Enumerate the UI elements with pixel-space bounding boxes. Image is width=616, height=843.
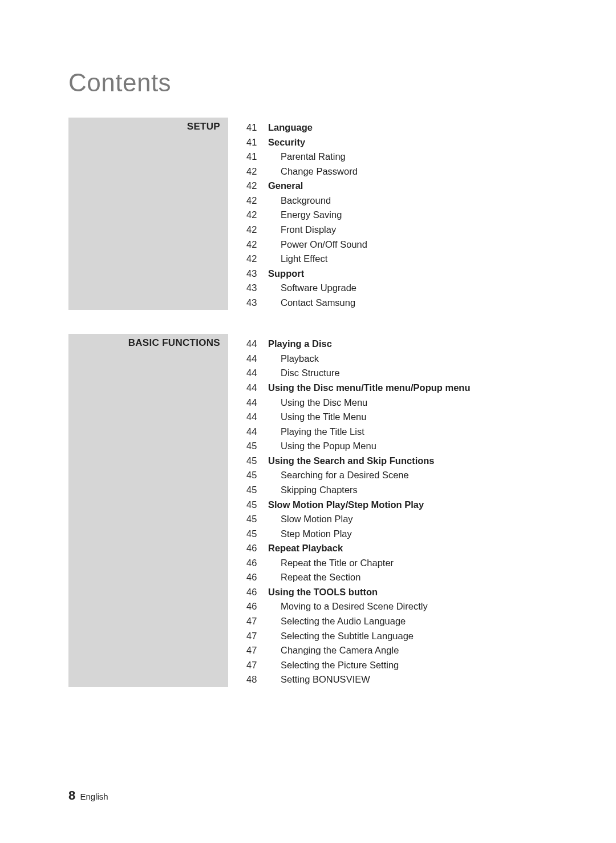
toc-label: Using the Search and Skip Functions [268,454,435,469]
toc-row: 45Skipping Chapters [246,483,548,498]
toc-page: 42 [246,208,264,223]
toc-page: 44 [246,352,264,366]
toc-page: 44 [246,381,264,396]
toc-row: 48Setting BONUSVIEW [246,672,548,687]
toc-row: 42Background [246,193,548,208]
section-body: 44Playing a Disc44Playback44Disc Structu… [228,334,548,687]
toc-page: 46 [246,556,264,571]
toc-page: 42 [246,164,264,179]
toc-section: BASIC FUNCTIONS44Playing a Disc44Playbac… [68,334,548,687]
toc-row: 45Slow Motion Play/Step Motion Play [246,498,548,513]
toc-row: 42Light Effect [246,252,548,267]
toc-page: 45 [246,439,264,454]
toc-page: 44 [246,337,264,352]
toc-row: 47Selecting the Picture Setting [246,658,548,673]
toc-label: Change Password [281,164,358,179]
toc-label: Front Display [281,223,336,237]
toc-page: 41 [246,150,264,164]
toc-page: 43 [246,281,264,296]
toc-label: Energy Saving [281,208,342,223]
toc-label: Support [268,267,304,281]
toc-page: 45 [246,483,264,498]
toc-page: 42 [246,237,264,252]
toc-row: 46Using the TOOLS button [246,585,548,600]
toc-row: 41Parental Rating [246,150,548,164]
toc-label: Searching for a Desired Scene [281,468,409,483]
toc-row: 44Playing a Disc [246,337,548,352]
toc-row: 43Support [246,267,548,281]
toc-page: 46 [246,570,264,585]
toc-row: 45Using the Popup Menu [246,439,548,454]
toc-row: 42Energy Saving [246,208,548,223]
toc-label: Using the Disc menu/Title menu/Popup men… [268,381,470,396]
section-label-block: SETUP [68,118,228,310]
toc-row: 44Playing the Title List [246,425,548,439]
toc-row: 42Front Display [246,223,548,237]
toc-label: Playback [281,352,319,366]
toc-row: 45Using the Search and Skip Functions [246,454,548,469]
toc-label: Security [268,135,305,150]
toc-page: 46 [246,599,264,614]
toc-page: 42 [246,223,264,237]
toc-page: 41 [246,135,264,150]
toc-row: 44Using the Disc Menu [246,396,548,410]
toc-page: 44 [246,425,264,439]
toc-page: 47 [246,629,264,644]
toc-page: 42 [246,252,264,267]
toc-page: 46 [246,585,264,600]
toc-page: 47 [246,658,264,673]
toc-row: 43Software Upgrade [246,281,548,296]
section-body: 41Language41Security41Parental Rating42C… [228,118,548,310]
toc-page: 45 [246,454,264,469]
toc-label: Changing the Camera Angle [281,643,399,658]
toc-label: Playing a Disc [268,337,332,352]
toc-row: 44Using the Title Menu [246,410,548,425]
toc-label: Skipping Chapters [281,483,358,498]
toc-label: Slow Motion Play [281,512,353,527]
section-label-block: BASIC FUNCTIONS [68,334,228,687]
toc-page: 44 [246,366,264,381]
toc-label: Using the TOOLS button [268,585,378,600]
toc-row: 45Slow Motion Play [246,512,548,527]
toc-page: 47 [246,643,264,658]
toc-row: 47Selecting the Subtitle Language [246,629,548,644]
toc-page: 43 [246,267,264,281]
toc-row: 43Contact Samsung [246,296,548,310]
toc-row: 46Repeat the Section [246,570,548,585]
toc-label: Slow Motion Play/Step Motion Play [268,498,424,513]
toc-row: 42Change Password [246,164,548,179]
toc-label: Selecting the Picture Setting [281,658,399,673]
toc-label: Disc Structure [281,366,340,381]
toc-label: Repeat the Title or Chapter [281,556,394,571]
toc-row: 46Repeat Playback [246,541,548,556]
page-footer: 8 English [68,788,108,803]
toc-row: 47Changing the Camera Angle [246,643,548,658]
toc-label: Step Motion Play [281,527,352,542]
toc-label: Language [268,120,313,135]
toc-row: 46Moving to a Desired Scene Directly [246,599,548,614]
toc-row: 44Using the Disc menu/Title menu/Popup m… [246,381,548,396]
toc-row: 44Playback [246,352,548,366]
toc-page: 42 [246,179,264,193]
sections-container: SETUP41Language41Security41Parental Rati… [68,118,548,687]
toc-page: 45 [246,512,264,527]
toc-row: 44Disc Structure [246,366,548,381]
page-language: English [80,792,108,801]
toc-label: Contact Samsung [281,296,355,310]
toc-label: Using the Popup Menu [281,439,376,454]
toc-label: Using the Title Menu [281,410,366,425]
toc-row: 47Selecting the Audio Language [246,614,548,629]
toc-row: 41Language [246,120,548,135]
section-label: BASIC FUNCTIONS [128,337,220,348]
toc-page: 44 [246,410,264,425]
toc-page: 45 [246,527,264,542]
toc-label: Repeat the Section [281,570,360,585]
toc-label: Playing the Title List [281,425,364,439]
toc-label: Parental Rating [281,150,346,164]
toc-row: 41Security [246,135,548,150]
toc-page: 41 [246,120,264,135]
toc-page: 45 [246,498,264,513]
toc-label: Background [281,193,331,208]
section-label: SETUP [187,121,220,132]
toc-page: 46 [246,541,264,556]
